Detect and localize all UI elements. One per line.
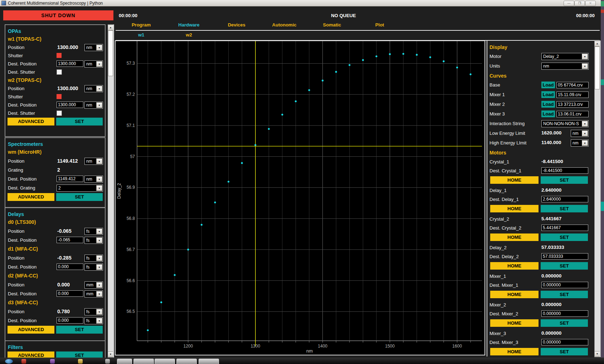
unit-select[interactable]: fs▼ [84,317,103,324]
chevron-down-icon[interactable]: ▼ [96,61,102,67]
taskbar-app-icon[interactable] [21,359,26,364]
left-scrollbar[interactable]: ▲ ▼ [108,24,114,358]
unit-select[interactable]: fs▼ [84,264,103,271]
set-button[interactable]: SET [541,348,588,355]
chevron-down-icon[interactable]: ▼ [96,86,102,92]
chevron-down-icon[interactable]: ▼ [96,158,102,164]
advanced-button[interactable]: ADVANCED [8,118,54,126]
unit-select[interactable]: nm▼ [84,60,103,68]
chevron-down-icon[interactable]: ▼ [582,121,588,127]
dest-position-input[interactable] [57,237,83,243]
mixer-2-file-input[interactable] [556,101,589,108]
tab-program[interactable]: Program [117,22,165,29]
subtab-w1[interactable]: w1 [117,32,165,39]
base-file-input[interactable] [556,82,589,88]
unit-select[interactable]: fs▼ [84,228,103,235]
home-button[interactable]: HOME [490,205,539,212]
dest-delay-1-input[interactable] [541,196,588,202]
interaction-string-select[interactable]: NON-NON-NON-S▼ [541,120,589,127]
chevron-down-icon[interactable]: ▼ [96,45,102,50]
home-button[interactable]: HOME [490,176,539,184]
chevron-down-icon[interactable]: ▼ [96,318,102,324]
tab-hardware[interactable]: Hardware [165,22,213,29]
chevron-down-icon[interactable]: ▼ [96,185,102,191]
set-button[interactable]: SET [56,118,103,126]
dest-position-input[interactable] [57,60,83,67]
set-button[interactable]: SET [541,205,588,212]
taskbar-button[interactable] [176,359,197,364]
scroll-down-icon[interactable]: ▼ [595,351,600,357]
right-scrollbar-thumb[interactable] [595,46,600,89]
set-button[interactable]: SET [541,233,588,241]
dest-mixer-2-input[interactable] [541,310,588,317]
scroll-down-icon[interactable]: ▼ [108,351,113,357]
advanced-button[interactable]: ADVANCED [8,326,54,334]
unit-select[interactable]: nm▼ [571,130,589,137]
shut-down-button[interactable]: SHUT DOWN [3,10,113,20]
unit-select[interactable]: nm▼ [84,44,103,51]
home-button[interactable]: HOME [490,319,539,327]
motor-select[interactable]: Delay_2▼ [541,53,589,60]
close-button[interactable]: ✕ [585,1,596,6]
set-button[interactable]: SET [56,326,103,334]
dest-shutter-checkbox[interactable] [57,69,62,75]
unit-select[interactable]: fs▼ [84,237,103,244]
scroll-up-icon[interactable]: ▲ [595,41,600,46]
dest-shutter-checkbox[interactable] [57,110,62,116]
chevron-down-icon[interactable]: ▼ [96,255,102,261]
taskbar-app-icon[interactable] [78,359,83,364]
dest-position-input[interactable] [57,102,83,108]
start-orb-icon[interactable] [5,359,13,364]
tab-devices[interactable]: Devices [213,22,260,29]
chevron-down-icon[interactable]: ▼ [96,264,102,270]
unit-select[interactable]: nm▼ [84,176,103,183]
set-button[interactable]: SET [541,319,588,327]
dest-crystal-1-input[interactable] [541,167,588,174]
chevron-down-icon[interactable]: ▼ [96,237,102,243]
mixer-3-file-input[interactable] [556,111,589,117]
chevron-down-icon[interactable]: ▼ [582,54,588,59]
load-button[interactable]: Load [541,82,555,88]
taskbar-button[interactable] [155,359,175,364]
home-button[interactable]: HOME [490,291,539,298]
load-button[interactable]: Load [541,91,555,98]
dest-mixer-3-input[interactable] [541,339,588,345]
units-select[interactable]: nm▼ [541,63,589,70]
set-button[interactable]: SET [56,193,103,201]
set-button[interactable]: SET [541,262,588,270]
right-scrollbar[interactable]: ▲ ▼ [594,40,601,357]
dest-position-input[interactable] [57,176,83,182]
dest-crystal-2-input[interactable] [541,225,588,231]
chevron-down-icon[interactable]: ▼ [582,140,588,146]
tab-somatic[interactable]: Somatic [308,22,356,29]
taskbar-app-icon[interactable] [50,359,55,364]
taskbar-button[interactable] [199,359,219,364]
unit-select[interactable]: mm▼ [84,281,103,289]
chevron-down-icon[interactable]: ▼ [96,282,102,288]
unit-select[interactable]: fs▼ [84,255,103,262]
home-button[interactable]: HOME [490,348,539,355]
scroll-up-icon[interactable]: ▲ [108,25,113,30]
dest-delay-2-input[interactable] [541,253,588,260]
dest-position-input[interactable] [57,290,83,297]
home-button[interactable]: HOME [490,233,539,241]
unit-select[interactable]: nm▼ [571,139,589,147]
load-button[interactable]: Load [541,110,555,117]
dest-mixer-1-input[interactable] [541,282,588,288]
unit-select[interactable]: mm▼ [84,290,103,297]
set-button[interactable]: SET [541,176,588,184]
chevron-down-icon[interactable]: ▼ [96,309,102,315]
chevron-down-icon[interactable]: ▼ [582,63,588,69]
unit-select[interactable]: fs▼ [84,308,103,315]
taskbar-button[interactable] [133,359,154,364]
chevron-down-icon[interactable]: ▼ [96,102,102,108]
taskbar[interactable] [0,358,604,364]
chevron-down-icon[interactable]: ▼ [96,291,102,297]
taskbar-button[interactable] [117,359,132,364]
taskbar-app-icon[interactable] [105,359,110,364]
tab-autonomic[interactable]: Autonomic [260,22,308,29]
dest-grating-select[interactable]: 2▼ [57,185,103,192]
unit-select[interactable]: nm▼ [84,102,103,109]
chevron-down-icon[interactable]: ▼ [582,131,588,136]
unit-select[interactable]: nm▼ [84,158,103,165]
